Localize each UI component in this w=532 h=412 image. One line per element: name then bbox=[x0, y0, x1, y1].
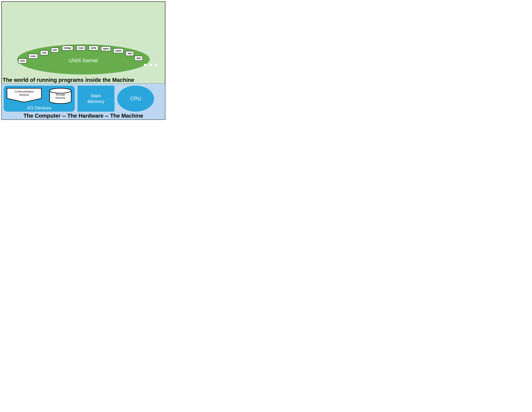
main-memory-box: Main Memory bbox=[77, 86, 114, 112]
hardware-row: Communication Devices Storage Devices bbox=[4, 86, 163, 112]
syscall-box: fork bbox=[18, 59, 27, 63]
software-caption: The world of running programs inside the… bbox=[3, 77, 164, 83]
hardware-caption: The Computer -- The Hardware -- The Mach… bbox=[4, 113, 163, 119]
hardware-region: Communication Devices Storage Devices bbox=[2, 84, 165, 120]
communication-device-shape: Communication Devices bbox=[6, 88, 42, 103]
main-memory-label: Main Memory bbox=[88, 93, 104, 104]
more-dots-icon: ● ● ● bbox=[143, 61, 158, 68]
storage-device-label: Storage Devices bbox=[49, 93, 72, 99]
syscall-box: close bbox=[113, 48, 124, 53]
syscalls-layer: forkexecexitbrkmmapreadwriteopenclosesta… bbox=[2, 2, 165, 83]
storage-device-shape: Storage Devices bbox=[49, 88, 72, 104]
io-devices-label: I/O Devices bbox=[27, 105, 51, 111]
communication-device-label: Communication Devices bbox=[6, 90, 42, 96]
syscall-box: read bbox=[76, 46, 86, 50]
cpu-ellipse: CPU bbox=[117, 86, 154, 112]
syscall-box: open bbox=[101, 46, 111, 51]
syscall-box: write bbox=[89, 46, 98, 50]
io-devices-box: Communication Devices Storage Devices bbox=[4, 86, 75, 112]
syscall-box: brk bbox=[51, 48, 59, 52]
syscall-box: exit bbox=[40, 50, 48, 55]
svg-point-1 bbox=[50, 88, 71, 93]
syscall-box: mmap bbox=[62, 46, 73, 50]
cpu-label: CPU bbox=[130, 96, 141, 102]
syscall-box: stat bbox=[134, 56, 143, 61]
software-region: UNIX Kernel forkexecexitbrkmmapreadwrite… bbox=[2, 2, 165, 84]
diagram-container: UNIX Kernel forkexecexitbrkmmapreadwrite… bbox=[1, 1, 165, 120]
syscall-box: stat bbox=[126, 51, 134, 56]
syscall-box: exec bbox=[28, 54, 38, 59]
